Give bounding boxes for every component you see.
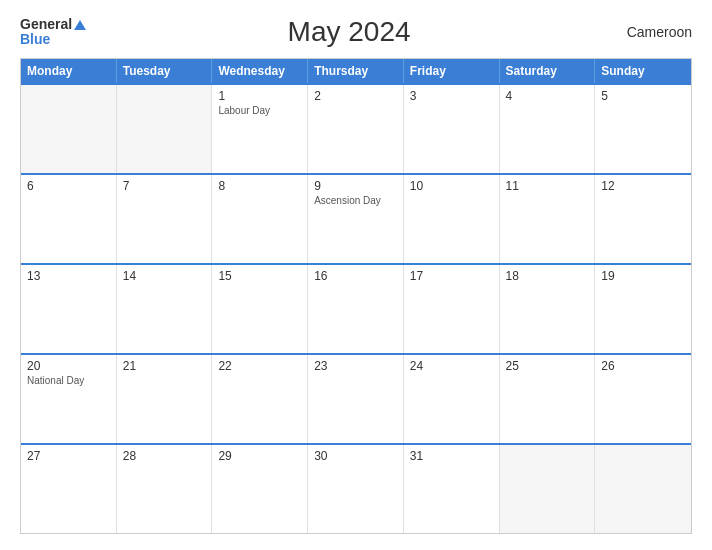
calendar-cell: 31 bbox=[404, 445, 500, 533]
calendar-week-2: 6789Ascension Day101112 bbox=[21, 173, 691, 263]
header-saturday: Saturday bbox=[500, 59, 596, 83]
calendar-cell bbox=[21, 85, 117, 173]
header-wednesday: Wednesday bbox=[212, 59, 308, 83]
calendar-cell: 14 bbox=[117, 265, 213, 353]
day-number: 3 bbox=[410, 89, 493, 103]
calendar-cell bbox=[117, 85, 213, 173]
calendar-grid: Monday Tuesday Wednesday Thursday Friday… bbox=[20, 58, 692, 534]
calendar-header: Monday Tuesday Wednesday Thursday Friday… bbox=[21, 59, 691, 83]
day-number: 25 bbox=[506, 359, 589, 373]
calendar-cell: 29 bbox=[212, 445, 308, 533]
calendar-cell: 8 bbox=[212, 175, 308, 263]
day-number: 5 bbox=[601, 89, 685, 103]
day-number: 24 bbox=[410, 359, 493, 373]
holiday-label: Labour Day bbox=[218, 105, 301, 116]
calendar-cell: 4 bbox=[500, 85, 596, 173]
calendar-cell: 16 bbox=[308, 265, 404, 353]
day-number: 20 bbox=[27, 359, 110, 373]
header-friday: Friday bbox=[404, 59, 500, 83]
holiday-label: Ascension Day bbox=[314, 195, 397, 206]
calendar-cell: 9Ascension Day bbox=[308, 175, 404, 263]
calendar-cell: 23 bbox=[308, 355, 404, 443]
logo-triangle-icon bbox=[74, 20, 86, 30]
day-number: 19 bbox=[601, 269, 685, 283]
day-number: 9 bbox=[314, 179, 397, 193]
calendar-cell: 26 bbox=[595, 355, 691, 443]
day-number: 10 bbox=[410, 179, 493, 193]
logo-general-text: General bbox=[20, 17, 86, 32]
day-number: 18 bbox=[506, 269, 589, 283]
calendar-title: May 2024 bbox=[86, 16, 612, 48]
calendar-page: General Blue May 2024 Cameroon Monday Tu… bbox=[0, 0, 712, 550]
header-thursday: Thursday bbox=[308, 59, 404, 83]
day-number: 16 bbox=[314, 269, 397, 283]
day-number: 14 bbox=[123, 269, 206, 283]
calendar-cell: 10 bbox=[404, 175, 500, 263]
calendar-week-4: 20National Day212223242526 bbox=[21, 353, 691, 443]
day-number: 13 bbox=[27, 269, 110, 283]
calendar-cell: 19 bbox=[595, 265, 691, 353]
holiday-label: National Day bbox=[27, 375, 110, 386]
header-tuesday: Tuesday bbox=[117, 59, 213, 83]
calendar-cell: 12 bbox=[595, 175, 691, 263]
calendar-cell: 6 bbox=[21, 175, 117, 263]
calendar-cell: 24 bbox=[404, 355, 500, 443]
day-number: 11 bbox=[506, 179, 589, 193]
calendar-cell: 15 bbox=[212, 265, 308, 353]
calendar-cell: 28 bbox=[117, 445, 213, 533]
day-number: 1 bbox=[218, 89, 301, 103]
calendar-week-3: 13141516171819 bbox=[21, 263, 691, 353]
calendar-cell: 7 bbox=[117, 175, 213, 263]
calendar-cell bbox=[595, 445, 691, 533]
day-number: 12 bbox=[601, 179, 685, 193]
day-number: 6 bbox=[27, 179, 110, 193]
calendar-cell: 20National Day bbox=[21, 355, 117, 443]
calendar-cell: 17 bbox=[404, 265, 500, 353]
day-number: 23 bbox=[314, 359, 397, 373]
day-number: 28 bbox=[123, 449, 206, 463]
calendar-cell: 2 bbox=[308, 85, 404, 173]
calendar-body: 1Labour Day23456789Ascension Day10111213… bbox=[21, 83, 691, 533]
header-sunday: Sunday bbox=[595, 59, 691, 83]
logo-blue-text: Blue bbox=[20, 32, 86, 47]
calendar-cell: 21 bbox=[117, 355, 213, 443]
calendar-cell: 1Labour Day bbox=[212, 85, 308, 173]
day-number: 17 bbox=[410, 269, 493, 283]
calendar-cell: 13 bbox=[21, 265, 117, 353]
day-number: 15 bbox=[218, 269, 301, 283]
calendar-cell: 22 bbox=[212, 355, 308, 443]
day-number: 30 bbox=[314, 449, 397, 463]
day-number: 29 bbox=[218, 449, 301, 463]
calendar-cell: 11 bbox=[500, 175, 596, 263]
day-number: 26 bbox=[601, 359, 685, 373]
country-label: Cameroon bbox=[612, 24, 692, 40]
logo: General Blue bbox=[20, 17, 86, 48]
day-number: 27 bbox=[27, 449, 110, 463]
calendar-cell: 27 bbox=[21, 445, 117, 533]
day-number: 21 bbox=[123, 359, 206, 373]
calendar-cell bbox=[500, 445, 596, 533]
day-number: 22 bbox=[218, 359, 301, 373]
day-number: 31 bbox=[410, 449, 493, 463]
header-monday: Monday bbox=[21, 59, 117, 83]
day-number: 4 bbox=[506, 89, 589, 103]
day-number: 7 bbox=[123, 179, 206, 193]
calendar-cell: 18 bbox=[500, 265, 596, 353]
header: General Blue May 2024 Cameroon bbox=[20, 16, 692, 48]
day-number: 2 bbox=[314, 89, 397, 103]
day-number: 8 bbox=[218, 179, 301, 193]
calendar-week-5: 2728293031 bbox=[21, 443, 691, 533]
calendar-cell: 5 bbox=[595, 85, 691, 173]
calendar-week-1: 1Labour Day2345 bbox=[21, 83, 691, 173]
calendar-cell: 30 bbox=[308, 445, 404, 533]
calendar-cell: 3 bbox=[404, 85, 500, 173]
calendar-cell: 25 bbox=[500, 355, 596, 443]
